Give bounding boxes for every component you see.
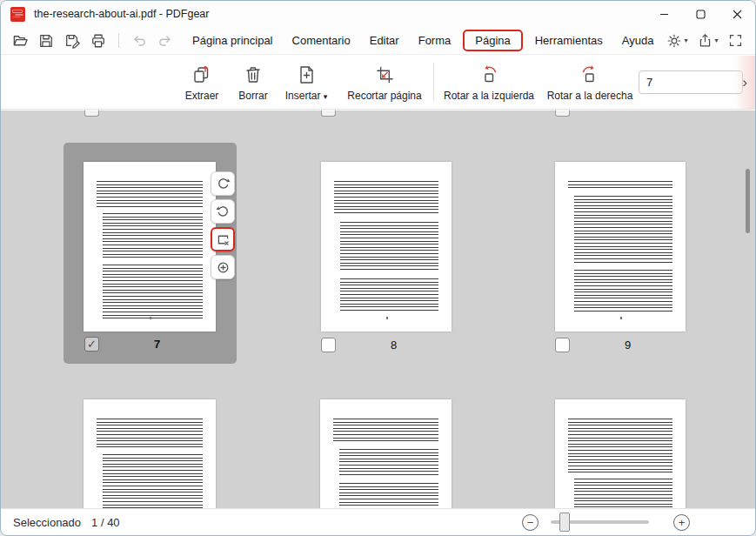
fullscreen-icon[interactable] [725, 30, 746, 50]
menu-forma[interactable]: Forma [409, 30, 461, 51]
share-caret-icon: ▾ [714, 37, 718, 44]
minimize-button[interactable] [646, 1, 682, 27]
selection-status: Seleccionado 1 / 40 [13, 516, 120, 529]
theme-caret-icon: ▾ [684, 37, 687, 44]
zoom-in-icon[interactable] [211, 255, 235, 279]
selected-count: 1 / 40 [91, 516, 120, 529]
extract-icon [191, 61, 212, 85]
crop-label: Recortar página [347, 90, 421, 102]
collapse-ribbon-icon[interactable] [750, 31, 756, 50]
rotate-ccw-icon[interactable] [211, 171, 235, 196]
prev-row-checkbox[interactable] [84, 111, 99, 117]
menu-pagina-principal[interactable]: Página principal [183, 30, 283, 51]
page-8-checkbox[interactable] [321, 338, 336, 352]
zoom-slider[interactable] [551, 520, 649, 524]
page-8-row: 8 [321, 338, 452, 352]
trash-icon [244, 61, 263, 85]
open-file-icon[interactable] [10, 30, 30, 51]
ribbon-divider [433, 63, 434, 101]
page-7-checkbox[interactable]: ✓ [84, 337, 99, 352]
prev-row-checkbox[interactable] [555, 111, 570, 117]
page-hover-tools [211, 171, 235, 279]
prev-row-checkbox[interactable] [321, 111, 336, 117]
pdfgear-window: the-research-about-ai.pdf - PDFgear [0, 0, 756, 536]
menu-items: Página principal Comentario Editar Forma… [183, 30, 663, 51]
rotate-left-icon [478, 61, 500, 85]
maximize-button[interactable] [682, 1, 719, 27]
zoom-out-button[interactable]: − [522, 514, 539, 531]
page-thumbnail-8[interactable] [321, 162, 452, 332]
toolbar-divider [118, 33, 119, 48]
insert-page-icon [297, 61, 316, 85]
insert-label-text: Insertar [285, 90, 321, 102]
zoom-controls: − + [522, 514, 690, 531]
rotate-cw-icon[interactable] [211, 199, 235, 224]
insert-caret-icon: ▾ [324, 92, 328, 101]
insert-label: Insertar ▾ [285, 90, 328, 102]
menu-herramientas[interactable]: Herramientas [525, 30, 612, 51]
page-thumbnail-next-row[interactable] [555, 399, 686, 508]
page-7-row: ✓ 7 [84, 337, 215, 352]
pdfgear-logo-icon [10, 7, 25, 22]
status-bar: Seleccionado 1 / 40 − + [1, 508, 755, 535]
page-thumbnail-next-row[interactable] [320, 399, 452, 508]
page-9-number: 9 [625, 338, 631, 352]
page-9-row: 9 [555, 338, 686, 352]
page-number-input[interactable] [639, 70, 743, 94]
insert-button[interactable]: Insertar ▾ [278, 61, 335, 102]
crop-icon [375, 61, 395, 85]
extract-button[interactable]: Extraer [171, 61, 232, 102]
page-8-number: 8 [391, 338, 397, 352]
delete-button[interactable]: Borrar [227, 61, 279, 102]
rotate-left-label: Rotar a la izquierda [444, 90, 534, 102]
page-thumbnail-next-row[interactable] [84, 399, 216, 508]
menu-pagina[interactable]: Página [463, 30, 522, 51]
page-9-checkbox[interactable] [555, 338, 570, 352]
remove-page-icon[interactable] [211, 227, 235, 251]
crop-page-button[interactable]: Recortar página [340, 61, 429, 102]
rotate-right-label: Rotar a la derecha [547, 90, 633, 102]
theme-sun-icon[interactable]: ▾ [663, 30, 691, 51]
page-7-number: 7 [154, 338, 160, 351]
page-ribbon: Extraer Borrar Insertar ▾ [1, 56, 755, 110]
insert-label-row: Borrar [238, 90, 267, 102]
undo-icon[interactable] [129, 30, 150, 51]
rotate-right-icon [579, 61, 601, 85]
expand-panel-chevron-icon[interactable]: › [742, 74, 747, 91]
delete-label: Borrar [238, 90, 267, 102]
extract-label: Extraer [185, 90, 219, 102]
window-title: the-research-about-ai.pdf - PDFgear [34, 8, 209, 20]
selected-label: Seleccionado [13, 516, 81, 529]
page-thumbnail-7[interactable] [84, 162, 216, 332]
vertical-scrollbar[interactable] [746, 169, 750, 233]
title-bar: the-research-about-ai.pdf - PDFgear [1, 1, 755, 27]
zoom-in-button[interactable]: + [673, 514, 690, 531]
side-panel-strip: › [734, 56, 755, 110]
rotate-right-button[interactable]: Rotar a la derecha [542, 61, 638, 102]
save-as-icon[interactable] [62, 30, 83, 51]
page-thumbnail-9[interactable] [555, 162, 686, 332]
menu-ayuda[interactable]: Ayuda [612, 30, 664, 51]
thumbnail-grid: ✓ 7 8 9 [1, 111, 755, 508]
share-icon[interactable]: ▾ [694, 30, 721, 50]
menu-bar: Página principal Comentario Editar Forma… [1, 27, 755, 55]
rotate-left-button[interactable]: Rotar a la izquierda [438, 61, 539, 102]
menu-comentario[interactable]: Comentario [283, 30, 360, 51]
zoom-slider-handle[interactable] [559, 513, 570, 532]
print-icon[interactable] [88, 30, 109, 51]
close-button[interactable] [719, 1, 755, 27]
save-icon[interactable] [36, 30, 57, 51]
checkmark-icon: ✓ [85, 338, 98, 351]
menu-editar[interactable]: Editar [360, 30, 409, 51]
redo-icon[interactable] [155, 30, 176, 51]
